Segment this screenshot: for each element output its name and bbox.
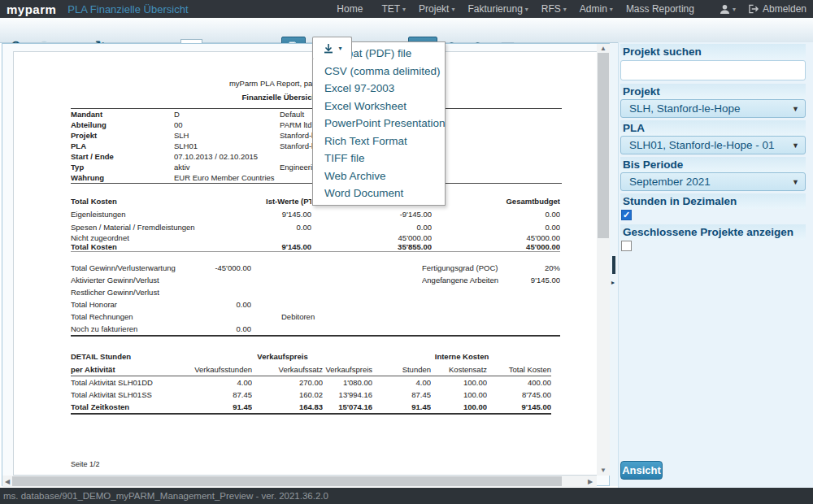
cost-row: Spesen / Material / Fremdleistungen 0.00… (71, 220, 560, 233)
nav-menu-item[interactable]: Mass Reporting ▾ (626, 3, 700, 15)
export-menu-item[interactable]: TIFF file (313, 150, 445, 167)
geschlossene-section-label: Geschlossene Projekte anzeigen (620, 224, 806, 240)
export-menu-item[interactable]: Word Document (313, 185, 445, 202)
chevron-down-icon: ▾ (338, 45, 341, 52)
export-menu-item[interactable]: Web Archive (313, 167, 445, 185)
projekt-select[interactable]: SLH, Stanford-le-Hope ▼ (620, 99, 806, 118)
logout-button[interactable]: Abmelden (749, 3, 806, 15)
status-bar: ms. database/901_DEMO_myPARM_Management_… (0, 488, 813, 504)
vertical-scroll-thumb[interactable] (598, 53, 609, 238)
report-toolbar: ↶ ↷ × ↻ ◀◀ ◀ / 2 ▶ ▶▶ ▾ (0, 18, 813, 43)
nav-menu-item[interactable]: Home ▾ (337, 3, 368, 15)
cost-row: Nicht zugeordnet 45'000.00 45'000.00 (71, 233, 560, 242)
detail-group-header: DETAIL Stunden Verkaufspreis Interne Kos… (71, 350, 551, 363)
user-icon (720, 4, 730, 15)
geschlossene-checkbox[interactable] (621, 241, 632, 251)
report-page: myParm PLA Report, parm ltd Finanzielle … (13, 51, 598, 476)
page-title: PLA Finanzielle Übersicht (67, 3, 188, 15)
detail-row: Total Aktivität SLH01SS 87.45 160.02 13'… (71, 389, 551, 401)
pla-section-label: PLA (620, 120, 806, 136)
scroll-down-icon[interactable]: ▼ (597, 467, 610, 474)
cost-row: Eigenleistungen 9'145.00 -9'145.00 0.00 (71, 207, 560, 220)
nav-menu-item[interactable]: Admin ▾ (580, 3, 613, 15)
export-button[interactable]: ▾ (312, 37, 352, 59)
horizontal-scrollbar[interactable]: ◀ ▶ (2, 476, 597, 487)
dezimalen-checkbox[interactable] (621, 210, 632, 220)
export-menu-item[interactable]: PowerPoint Presentation (313, 115, 445, 133)
summary-row: Total Honorar 0.00 (71, 298, 560, 311)
splitter-drag-handle[interactable] (612, 256, 615, 274)
summary-table: Total Gewinn/Verlusterwartung -45'000.00… (71, 262, 560, 337)
summary-row: Aktivierter Gewinn/Verlust Angefangene A… (71, 274, 560, 286)
projekt-section-label: Projekt (620, 84, 806, 99)
export-menu-item[interactable]: Excel 97-2003 (313, 80, 445, 98)
scroll-up-icon[interactable]: ▲ (597, 45, 610, 52)
export-menu-item[interactable]: CSV (comma delimited) (313, 63, 445, 80)
ansicht-button[interactable]: Ansicht (620, 461, 663, 480)
chevron-down-icon: ▾ (451, 6, 454, 13)
top-navbar: myparm PLA Finanzielle Übersicht Home ▾ … (0, 0, 813, 18)
detail-hours-table: DETAIL Stunden Verkaufspreis Interne Kos… (71, 350, 551, 415)
nav-menu: Home ▾ TET ▾ Projekt ▾ Fakturierung ▾ RF… (337, 3, 700, 15)
periode-select[interactable]: September 2021 ▼ (620, 172, 806, 191)
detail-column-header: per Aktivität Verkaufsstunden Verkaufssa… (71, 363, 551, 376)
export-menu-item[interactable]: Excel Worksheet (313, 98, 445, 115)
summary-row: Restlicher Gewinn/Verlust (71, 286, 560, 298)
page-footer: Seite 1/2 (71, 460, 562, 468)
detail-row: Total Aktivität SLH01DD 4.00 270.00 1'08… (71, 376, 551, 389)
chevron-down-icon: ▾ (563, 6, 567, 13)
chevron-down-icon: ▾ (733, 6, 736, 13)
vertical-scrollbar[interactable]: ▲ ▼ (597, 44, 610, 476)
nav-menu-item[interactable]: RFS ▾ (541, 3, 567, 15)
nav-menu-item[interactable]: TET ▾ (381, 3, 406, 15)
panel-splitter[interactable]: ▸ (610, 43, 618, 486)
periode-section-label: Bis Periode (620, 157, 806, 172)
detail-row: Total Zeitkosten 91.45 164.83 15'074.16 … (71, 401, 551, 414)
search-section-label: Projekt suchen (620, 44, 806, 59)
chevron-down-icon: ▼ (792, 178, 799, 186)
summary-row: Total Rechnungen Debitoren (71, 311, 560, 323)
summary-row: Total Gewinn/Verlusterwartung -45'000.00… (71, 262, 560, 274)
scroll-right-icon[interactable]: ▶ (584, 478, 597, 485)
app-logo: myparm (7, 2, 56, 16)
chevron-down-icon: ▾ (402, 6, 406, 13)
dezimalen-section-label: Stunden in Dezimalen (620, 193, 806, 209)
report-viewer: myParm PLA Report, parm ltd Finanzielle … (2, 43, 610, 486)
horizontal-scroll-thumb[interactable] (12, 476, 562, 486)
export-download-icon (322, 42, 335, 55)
nav-menu-item[interactable]: Fakturierung ▾ (467, 3, 528, 15)
nav-menu-item[interactable]: Projekt ▾ (419, 3, 454, 15)
filter-sidebar: Projekt suchen Projekt SLH, Stanford-le-… (618, 42, 813, 488)
logout-icon (749, 4, 759, 14)
chevron-down-icon: ▼ (792, 105, 799, 113)
chevron-down-icon: ▼ (792, 141, 799, 150)
chevron-down-icon: ▾ (525, 6, 528, 13)
summary-row: Noch zu fakturieren 0.00 (71, 323, 560, 336)
project-search-input[interactable] (620, 60, 806, 80)
export-menu-item[interactable]: Rich Text Format (313, 133, 445, 150)
cost-row: Total Kosten 9'145.00 35'855.00 45'000.0… (71, 242, 560, 252)
export-format-menu: Acrobat (PDF) file CSV (comma delimited)… (312, 41, 446, 206)
splitter-collapse-icon[interactable]: ▸ (611, 279, 615, 286)
pla-select[interactable]: SLH01, Stanford-le-Hope - 01 ▼ (620, 136, 806, 154)
chevron-down-icon: ▾ (610, 6, 613, 13)
database-version-label: ms. database/901_DEMO_myPARM_Management_… (3, 491, 328, 501)
user-menu[interactable]: ▾ (720, 4, 736, 15)
